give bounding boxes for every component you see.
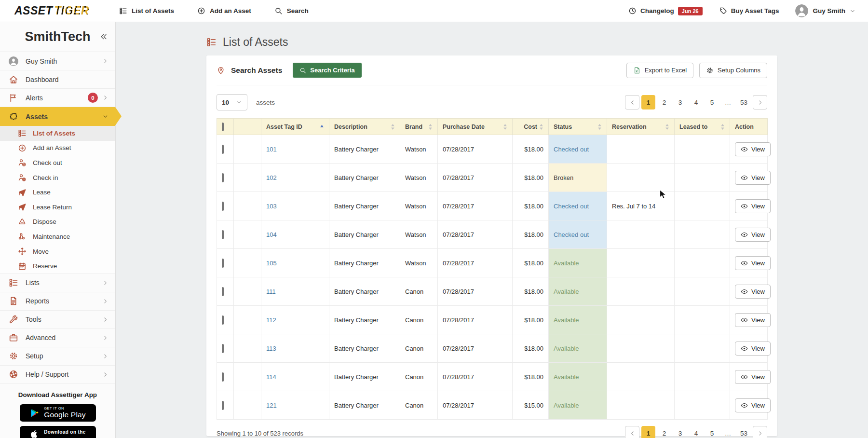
- sidebar-item-tools[interactable]: Tools: [0, 311, 115, 329]
- column-header-status[interactable]: Status: [549, 119, 607, 135]
- view-button[interactable]: View: [735, 370, 771, 384]
- sidebar-subitem-lease-return[interactable]: Lease Return: [0, 200, 115, 215]
- topnav-list-of-assets[interactable]: List of Assets: [119, 7, 174, 15]
- column-header-purchase-date[interactable]: Purchase Date: [438, 119, 513, 135]
- buy-asset-tags-button[interactable]: Buy Asset Tags: [719, 7, 779, 15]
- asset-tag-id-link[interactable]: 111: [266, 288, 276, 295]
- sidebar-subitem-maintenance[interactable]: Maintenance: [0, 229, 115, 244]
- sidebar-subitem-list-of-assets[interactable]: List of Assets: [0, 126, 115, 141]
- row-checkbox[interactable]: [222, 315, 224, 325]
- apple-icon: [29, 429, 39, 438]
- page-size-select[interactable]: 10: [217, 94, 247, 110]
- pagination-page-53[interactable]: 53: [737, 426, 751, 438]
- pagination-page-2[interactable]: 2: [657, 95, 671, 110]
- view-button[interactable]: View: [735, 398, 771, 412]
- reservation-cell: [607, 391, 675, 420]
- pagination-next-button[interactable]: [753, 426, 767, 438]
- search-criteria-button[interactable]: Search Criteria: [293, 63, 362, 78]
- pagination-page-1[interactable]: 1: [641, 426, 655, 438]
- topnav-search[interactable]: Search: [274, 7, 309, 15]
- row-checkbox[interactable]: [222, 259, 224, 268]
- asset-tag-id-link[interactable]: 113: [266, 345, 276, 352]
- sidebar-subitem-move[interactable]: Move: [0, 244, 115, 259]
- pagination-page-5[interactable]: 5: [705, 95, 719, 110]
- sidebar-item-dashboard[interactable]: Dashboard: [0, 70, 115, 89]
- photo-column-header: [234, 119, 261, 135]
- row-checkbox[interactable]: [222, 202, 224, 211]
- view-button[interactable]: View: [735, 199, 771, 213]
- sidebar-item-guy-smith[interactable]: Guy Smith: [0, 52, 115, 70]
- column-header-leased-to[interactable]: Leased to: [675, 119, 730, 135]
- pagination-page-2[interactable]: 2: [657, 426, 671, 438]
- brand-cell: Watson: [400, 135, 438, 164]
- sidebar-subitem-add-an-asset[interactable]: Add an Asset: [0, 141, 115, 156]
- view-button[interactable]: View: [735, 313, 771, 327]
- app-store-badge[interactable]: Download on the: [20, 426, 96, 438]
- view-button[interactable]: View: [735, 256, 771, 270]
- column-header-brand[interactable]: Brand: [400, 119, 438, 135]
- description-cell: Battery Charger: [329, 363, 400, 391]
- sidebar-item-setup[interactable]: Setup: [0, 347, 115, 366]
- view-button[interactable]: View: [735, 142, 771, 156]
- sidebar-item-help-support[interactable]: Help / Support: [0, 366, 115, 384]
- pagination-page-4[interactable]: 4: [689, 95, 703, 110]
- sidebar-item-alerts[interactable]: Alerts0: [0, 89, 115, 107]
- asset-tag-id-link[interactable]: 104: [266, 231, 277, 238]
- row-checkbox[interactable]: [222, 344, 224, 353]
- sidebar-item-assets[interactable]: Assets: [0, 107, 115, 126]
- select-all-header: [217, 119, 234, 135]
- sidebar-subitem-check-out[interactable]: Check out: [0, 155, 115, 170]
- asset-tag-id-link[interactable]: 114: [266, 373, 276, 381]
- export-to-excel-button[interactable]: Export to Excel: [626, 63, 693, 78]
- row-checkbox[interactable]: [222, 230, 224, 239]
- column-header-reservation[interactable]: Reservation: [607, 119, 675, 135]
- asset-tag-id-link[interactable]: 112: [266, 316, 276, 324]
- row-checkbox[interactable]: [222, 173, 224, 182]
- pagination-prev-button[interactable]: [625, 95, 639, 110]
- pagination-next-button[interactable]: [753, 95, 767, 110]
- changelog-button[interactable]: Changelog Jun 26: [628, 7, 703, 15]
- pagination-page-3[interactable]: 3: [673, 426, 687, 438]
- send-icon: [18, 188, 27, 197]
- topnav-add-an-asset[interactable]: Add an Asset: [197, 7, 251, 15]
- sidebar-item-reports[interactable]: Reports: [0, 292, 115, 311]
- row-checkbox[interactable]: [222, 372, 224, 382]
- sidebar-subitem-dispose[interactable]: Dispose: [0, 215, 115, 230]
- pagination-page-53[interactable]: 53: [737, 95, 751, 110]
- google-play-badge[interactable]: GET IT ON Google Play: [20, 404, 96, 422]
- asset-blob-icon: [9, 112, 18, 122]
- view-button[interactable]: View: [735, 285, 771, 299]
- row-checkbox[interactable]: [222, 287, 224, 296]
- purchase-date-cell: 07/28/2017: [438, 249, 513, 277]
- sidebar-item-lists[interactable]: Lists: [0, 274, 115, 292]
- sidebar-item-advanced[interactable]: Advanced: [0, 329, 115, 347]
- assettiger-logo[interactable]: ASSET TIGER: [14, 4, 89, 17]
- assets-card: Search Assets Search Criteria Export to …: [206, 55, 777, 436]
- select-all-checkbox[interactable]: [222, 123, 224, 131]
- asset-tag-id-link[interactable]: 105: [266, 260, 277, 267]
- user-menu[interactable]: Guy Smith: [795, 4, 855, 17]
- sidebar-collapse-button[interactable]: [99, 32, 108, 41]
- pagination-page-3[interactable]: 3: [673, 95, 687, 110]
- row-checkbox[interactable]: [222, 401, 224, 410]
- sidebar-subitem-reserve[interactable]: Reserve: [0, 259, 115, 274]
- sidebar-subitem-lease[interactable]: Lease: [0, 185, 115, 200]
- pagination-page-5[interactable]: 5: [705, 426, 719, 438]
- row-checkbox[interactable]: [222, 145, 224, 154]
- column-header-asset-tag-id[interactable]: Asset Tag ID: [261, 119, 329, 135]
- column-header-cost[interactable]: Cost: [513, 119, 549, 135]
- view-button[interactable]: View: [735, 171, 771, 185]
- pagination-page-1[interactable]: 1: [641, 95, 655, 110]
- sidebar-subitem-check-in[interactable]: Check in: [0, 170, 115, 185]
- setup-columns-button[interactable]: Setup Columns: [699, 63, 767, 78]
- view-button[interactable]: View: [735, 342, 771, 356]
- view-button[interactable]: View: [735, 228, 771, 242]
- pagination-prev-button[interactable]: [625, 426, 639, 438]
- asset-tag-id-link[interactable]: 101: [266, 146, 277, 153]
- asset-tag-id-link[interactable]: 103: [266, 203, 277, 210]
- asset-tag-id-link[interactable]: 102: [266, 174, 277, 181]
- flag-icon: [9, 93, 18, 103]
- column-header-description[interactable]: Description: [329, 119, 400, 135]
- asset-tag-id-link[interactable]: 121: [266, 402, 277, 409]
- pagination-page-4[interactable]: 4: [689, 426, 703, 438]
